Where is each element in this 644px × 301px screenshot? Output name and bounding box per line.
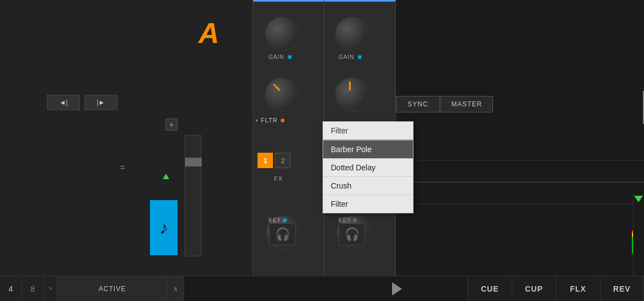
dropdown-item-filter[interactable]: Filter: [323, 195, 413, 213]
fltr-dot: [281, 119, 285, 122]
music-note-icon: ♪: [159, 218, 168, 238]
filter-knob-left[interactable]: [265, 77, 299, 111]
sync-button[interactable]: SYNC: [396, 96, 440, 112]
key-dot-left: [283, 218, 287, 222]
fx-label: FX: [274, 175, 283, 182]
play-triangle-icon: [392, 282, 402, 295]
headphone-icon-left: 🎧: [275, 227, 290, 241]
headphone-icon-right: 🎧: [345, 227, 359, 241]
fltr-label: FLTR: [261, 117, 278, 123]
deck-a-letter: A: [198, 17, 219, 50]
dropdown-menu[interactable]: Filter Barber Pole Dotted Delay Crush Fi…: [323, 121, 414, 213]
dropdown-item-filter-header[interactable]: Filter: [323, 122, 413, 141]
flx-button[interactable]: FLX: [556, 276, 600, 302]
key-text-right: KEY: [339, 217, 351, 223]
waveform-area: [396, 160, 644, 204]
gain-dot-left: [288, 55, 292, 59]
green-right-indicator: [634, 196, 643, 202]
fx-button-1[interactable]: 1: [257, 153, 273, 168]
transport-right: CUE CUP FLX REV: [468, 276, 644, 302]
volume-slider-track[interactable]: [185, 135, 201, 256]
filter-knob-right[interactable]: [335, 77, 369, 111]
prev-button[interactable]: ◄|: [47, 95, 80, 110]
dropdown-item-barber-pole[interactable]: Barber Pole: [323, 141, 413, 159]
active-button[interactable]: ACTIVE: [57, 276, 168, 302]
gain-knob-left[interactable]: [265, 17, 299, 51]
key-label-left-container: KEY: [269, 217, 287, 223]
gain-label-left: GAIN: [269, 54, 292, 60]
up-button[interactable]: ∧: [168, 276, 184, 302]
main-container: A ◄| |► + = - ♪ GAIN: [0, 0, 644, 301]
play-button-area[interactable]: [326, 276, 468, 302]
dropdown-item-crush[interactable]: Crush: [323, 177, 413, 195]
bottom-num-8[interactable]: 8: [22, 276, 44, 302]
dropdown-item-dotted-delay[interactable]: Dotted Delay: [323, 159, 413, 177]
rev-button[interactable]: REV: [600, 276, 644, 302]
bottom-num-4[interactable]: 4: [0, 276, 22, 302]
gain-dot-right: [358, 55, 362, 59]
transport-controls: ◄| |►: [47, 95, 117, 110]
cup-button[interactable]: CUP: [512, 276, 556, 302]
cue-button[interactable]: CUE: [468, 276, 512, 302]
master-button[interactable]: MASTER: [441, 96, 493, 112]
bottom-bar: 4 8 > ACTIVE ∧ CUE CUP FLX REV: [0, 276, 644, 301]
channel-right-top-indicator: [324, 0, 395, 2]
filter-marker-right: [349, 82, 351, 90]
chevron-button[interactable]: >: [44, 276, 57, 302]
right-edge: [633, 193, 644, 276]
fltr-chevron-icon: ▾: [255, 117, 258, 123]
note-box[interactable]: ♪: [150, 200, 178, 255]
channel-top-indicator: [253, 0, 324, 2]
fltr-row[interactable]: ▾ FLTR: [255, 117, 285, 123]
key-dot-right: [353, 218, 357, 222]
gain-label-right: GAIN: [339, 54, 362, 60]
equals-sign: =: [120, 163, 125, 173]
green-indicator: [163, 174, 169, 179]
headphone-left[interactable]: 🎧: [269, 223, 296, 245]
key-label-right-container: KEY: [339, 217, 357, 223]
sync-master-row: SYNC MASTER: [396, 96, 493, 112]
plus-button[interactable]: +: [165, 119, 178, 131]
headphone-right[interactable]: 🎧: [339, 223, 365, 245]
fx-button-2[interactable]: 2: [275, 153, 291, 168]
next-button[interactable]: |►: [84, 95, 117, 110]
volume-slider-handle[interactable]: [185, 158, 202, 166]
waveform-center-line: [396, 182, 644, 182]
top-area: A ◄| |► + = - ♪ GAIN: [0, 0, 644, 276]
gain-knob-right[interactable]: [335, 17, 369, 51]
key-text-left: KEY: [269, 217, 281, 223]
